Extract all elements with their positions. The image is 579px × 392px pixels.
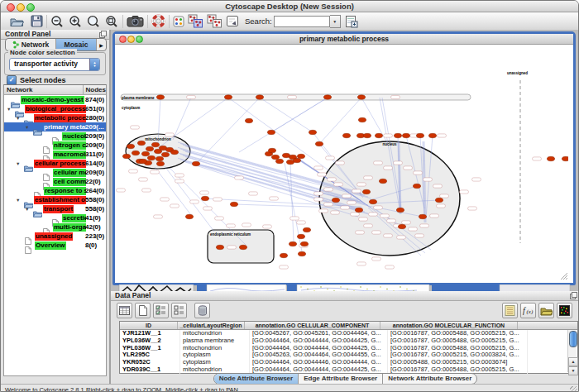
tree-node-label[interactable]: cell communication: [53, 178, 86, 186]
tree-node-label[interactable]: unassigned: [35, 232, 73, 241]
network-node[interactable]: [271, 155, 279, 159]
network-node[interactable]: [239, 245, 246, 249]
network-node[interactable]: [141, 151, 149, 155]
network-node-label[interactable]: [175, 179, 184, 183]
tree-node-label[interactable]: multi-organism process: [53, 223, 86, 232]
network-canvas[interactable]: plasma membranecytoplasmmitochondrionnuc…: [115, 45, 568, 280]
tree-node-label[interactable]: transport: [43, 205, 74, 213]
network-node-label[interactable]: [297, 221, 306, 224]
network-node-label[interactable]: [437, 204, 446, 208]
tree-row-cellular-metabolic-process[interactable]: cellular metabolic process209(0): [4, 168, 106, 177]
network-node-label[interactable]: [402, 221, 411, 224]
select-attributes-icon[interactable]: [117, 303, 132, 318]
network-node-label[interactable]: [324, 188, 333, 191]
network-node-label[interactable]: [384, 234, 393, 237]
tree-node-label[interactable]: nucleobase-containing compound metabolic…: [62, 132, 86, 141]
tab-edge-attribute-browser[interactable]: Edge Attribute Browser: [299, 374, 383, 384]
network-node[interactable]: [355, 208, 362, 212]
network-node-label[interactable]: [290, 217, 299, 220]
snapshot-icon[interactable]: [127, 15, 144, 27]
node-color-dropdown[interactable]: transporter activity ▲▼: [9, 58, 100, 71]
tree-row-metabolic-process[interactable]: ▼metabolic process280(0): [4, 113, 106, 122]
network-node-label[interactable]: [357, 262, 366, 265]
vizmapper-icon[interactable]: [173, 16, 184, 27]
tree-node-label[interactable]: macromolecule metabolic process: [53, 151, 86, 159]
network-node[interactable]: [127, 144, 134, 148]
network-node[interactable]: [428, 133, 436, 137]
network-node-label[interactable]: [227, 224, 236, 227]
network-node-label[interactable]: [385, 265, 395, 269]
open-file-icon[interactable]: [9, 15, 25, 28]
new-attribute-icon[interactable]: [135, 303, 151, 318]
delete-attribute-icon[interactable]: [194, 303, 210, 318]
network-node-label[interactable]: [415, 234, 424, 237]
network-node-label[interactable]: [391, 95, 400, 98]
network-node-label[interactable]: [460, 190, 469, 194]
network-node[interactable]: [547, 156, 554, 160]
network-node[interactable]: [293, 158, 300, 162]
network-node-label[interactable]: [263, 225, 272, 228]
tree-row-mosaic-demo-yeast[interactable]: mosaic-demo-yeast874(0): [4, 95, 106, 104]
network-node[interactable]: [297, 234, 304, 238]
tree-row-overview[interactable]: Overview8(0): [4, 241, 106, 250]
network-node-label[interactable]: [319, 209, 328, 213]
expand-arrow-icon[interactable]: ▼: [25, 125, 29, 130]
network-node[interactable]: [358, 117, 366, 122]
zoom-selected-icon[interactable]: [105, 15, 119, 28]
network-node-label[interactable]: [374, 161, 383, 165]
tree-header-network[interactable]: Network: [4, 85, 84, 94]
network-node-label[interactable]: [372, 231, 381, 234]
tree-node-label[interactable]: establishment of localization: [34, 196, 86, 204]
network-node[interactable]: [151, 142, 159, 146]
network-node-label[interactable]: [384, 166, 393, 170]
network-node[interactable]: [309, 130, 316, 134]
tab-overflow-arrow[interactable]: ▶: [97, 39, 106, 50]
annotation-icon[interactable]: [226, 15, 240, 28]
select-all-attributes-icon[interactable]: [153, 303, 169, 318]
network-node[interactable]: [402, 133, 409, 137]
network-node[interactable]: [245, 118, 252, 122]
network-node-label[interactable]: [342, 194, 352, 198]
network-node[interactable]: [332, 198, 339, 202]
network-node[interactable]: [230, 202, 237, 206]
network-node-label[interactable]: [414, 171, 423, 174]
network-node-label[interactable]: [314, 192, 323, 195]
tree-row-establishment-of-localization[interactable]: ▼establishment of localization558(0): [4, 195, 106, 204]
network-node[interactable]: [379, 179, 386, 183]
network-node-label[interactable]: [151, 170, 160, 174]
network-node[interactable]: [357, 95, 365, 99]
network-node-label[interactable]: [369, 213, 378, 216]
network-node-label[interactable]: [154, 215, 163, 218]
float-panel-icon[interactable]: [570, 292, 577, 302]
tree-node-label[interactable]: nitrogen compound metabolic process: [53, 141, 86, 150]
zoom-fit-icon[interactable]: [87, 15, 101, 28]
network-node-label[interactable]: [227, 246, 237, 249]
network-node-label[interactable]: [397, 236, 406, 239]
import-attribute-file-icon[interactable]: [538, 303, 554, 318]
network-node[interactable]: [303, 227, 310, 232]
network-node[interactable]: [185, 214, 193, 218]
tree-node-label[interactable]: cellular metabolic process: [53, 169, 86, 177]
network-node[interactable]: [398, 224, 405, 228]
network-node-label[interactable]: [213, 198, 223, 201]
network-window-title-bar[interactable]: primary metabolic process: [115, 34, 573, 45]
network-node[interactable]: [137, 141, 145, 145]
network-node-label[interactable]: [364, 224, 373, 227]
network-node[interactable]: [419, 214, 426, 218]
network-node[interactable]: [268, 148, 275, 152]
network-node[interactable]: [170, 150, 178, 154]
search-dropdown-arrow[interactable]: ▼: [330, 15, 341, 28]
network-node[interactable]: [122, 154, 130, 158]
network-node-label[interactable]: [433, 184, 443, 188]
tree-row-biological-process[interactable]: ▼biological_process651(0): [4, 104, 106, 113]
tree-row-primary-metabolic-process[interactable]: ▼primary metabolic process209(...: [4, 122, 106, 131]
network-node[interactable]: [156, 156, 163, 160]
network-node[interactable]: [201, 196, 208, 200]
network-node[interactable]: [369, 199, 376, 203]
network-node-label[interactable]: [318, 173, 327, 176]
tab-node-attribute-browser[interactable]: Node Attribute Browser: [214, 374, 299, 384]
function-builder-icon[interactable]: f(x): [520, 303, 536, 318]
tab-network-attribute-browser[interactable]: Network Attribute Browser: [383, 374, 476, 384]
table-row[interactable]: YPL036W__1mitochondrion[GO:0044464, GO:0…: [120, 345, 577, 352]
network-node[interactable]: [289, 241, 296, 246]
